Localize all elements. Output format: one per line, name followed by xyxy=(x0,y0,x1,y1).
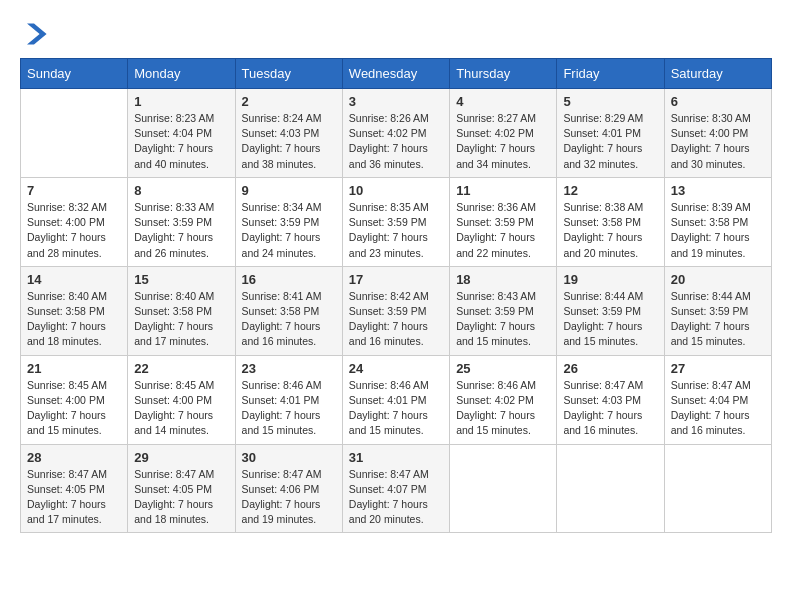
day-info: Sunrise: 8:47 AMSunset: 4:05 PMDaylight:… xyxy=(27,467,121,528)
day-number: 20 xyxy=(671,272,765,287)
weekday-header-sunday: Sunday xyxy=(21,59,128,89)
day-number: 22 xyxy=(134,361,228,376)
calendar-cell: 25 Sunrise: 8:46 AMSunset: 4:02 PMDaylig… xyxy=(450,355,557,444)
day-number: 14 xyxy=(27,272,121,287)
calendar-cell: 2 Sunrise: 8:24 AMSunset: 4:03 PMDayligh… xyxy=(235,89,342,178)
calendar-cell: 9 Sunrise: 8:34 AMSunset: 3:59 PMDayligh… xyxy=(235,177,342,266)
day-number: 11 xyxy=(456,183,550,198)
calendar-cell: 10 Sunrise: 8:35 AMSunset: 3:59 PMDaylig… xyxy=(342,177,449,266)
page-header xyxy=(20,20,772,48)
day-number: 26 xyxy=(563,361,657,376)
day-number: 8 xyxy=(134,183,228,198)
day-number: 13 xyxy=(671,183,765,198)
calendar-cell: 28 Sunrise: 8:47 AMSunset: 4:05 PMDaylig… xyxy=(21,444,128,533)
calendar-cell: 24 Sunrise: 8:46 AMSunset: 4:01 PMDaylig… xyxy=(342,355,449,444)
day-info: Sunrise: 8:46 AMSunset: 4:01 PMDaylight:… xyxy=(242,378,336,439)
day-number: 28 xyxy=(27,450,121,465)
day-info: Sunrise: 8:40 AMSunset: 3:58 PMDaylight:… xyxy=(134,289,228,350)
day-info: Sunrise: 8:24 AMSunset: 4:03 PMDaylight:… xyxy=(242,111,336,172)
weekday-header-monday: Monday xyxy=(128,59,235,89)
weekday-header-thursday: Thursday xyxy=(450,59,557,89)
day-number: 5 xyxy=(563,94,657,109)
day-number: 25 xyxy=(456,361,550,376)
day-info: Sunrise: 8:47 AMSunset: 4:05 PMDaylight:… xyxy=(134,467,228,528)
day-number: 12 xyxy=(563,183,657,198)
day-info: Sunrise: 8:47 AMSunset: 4:03 PMDaylight:… xyxy=(563,378,657,439)
calendar-cell: 12 Sunrise: 8:38 AMSunset: 3:58 PMDaylig… xyxy=(557,177,664,266)
weekday-header-friday: Friday xyxy=(557,59,664,89)
calendar-cell: 6 Sunrise: 8:30 AMSunset: 4:00 PMDayligh… xyxy=(664,89,771,178)
calendar-cell: 19 Sunrise: 8:44 AMSunset: 3:59 PMDaylig… xyxy=(557,266,664,355)
calendar-table: SundayMondayTuesdayWednesdayThursdayFrid… xyxy=(20,58,772,533)
calendar-cell: 31 Sunrise: 8:47 AMSunset: 4:07 PMDaylig… xyxy=(342,444,449,533)
day-info: Sunrise: 8:40 AMSunset: 3:58 PMDaylight:… xyxy=(27,289,121,350)
calendar-cell: 29 Sunrise: 8:47 AMSunset: 4:05 PMDaylig… xyxy=(128,444,235,533)
calendar-cell xyxy=(21,89,128,178)
calendar-cell: 8 Sunrise: 8:33 AMSunset: 3:59 PMDayligh… xyxy=(128,177,235,266)
day-number: 4 xyxy=(456,94,550,109)
day-info: Sunrise: 8:44 AMSunset: 3:59 PMDaylight:… xyxy=(671,289,765,350)
calendar-cell xyxy=(450,444,557,533)
day-number: 6 xyxy=(671,94,765,109)
logo xyxy=(20,20,52,48)
day-number: 23 xyxy=(242,361,336,376)
day-number: 2 xyxy=(242,94,336,109)
day-number: 15 xyxy=(134,272,228,287)
day-number: 18 xyxy=(456,272,550,287)
calendar-cell: 4 Sunrise: 8:27 AMSunset: 4:02 PMDayligh… xyxy=(450,89,557,178)
day-number: 7 xyxy=(27,183,121,198)
day-info: Sunrise: 8:27 AMSunset: 4:02 PMDaylight:… xyxy=(456,111,550,172)
calendar-cell: 7 Sunrise: 8:32 AMSunset: 4:00 PMDayligh… xyxy=(21,177,128,266)
calendar-cell: 21 Sunrise: 8:45 AMSunset: 4:00 PMDaylig… xyxy=(21,355,128,444)
day-info: Sunrise: 8:47 AMSunset: 4:06 PMDaylight:… xyxy=(242,467,336,528)
calendar-cell: 18 Sunrise: 8:43 AMSunset: 3:59 PMDaylig… xyxy=(450,266,557,355)
logo-icon xyxy=(20,20,48,48)
day-number: 27 xyxy=(671,361,765,376)
day-info: Sunrise: 8:46 AMSunset: 4:02 PMDaylight:… xyxy=(456,378,550,439)
svg-marker-0 xyxy=(27,24,47,45)
day-number: 16 xyxy=(242,272,336,287)
day-number: 29 xyxy=(134,450,228,465)
day-info: Sunrise: 8:39 AMSunset: 3:58 PMDaylight:… xyxy=(671,200,765,261)
calendar-cell: 30 Sunrise: 8:47 AMSunset: 4:06 PMDaylig… xyxy=(235,444,342,533)
calendar-cell: 27 Sunrise: 8:47 AMSunset: 4:04 PMDaylig… xyxy=(664,355,771,444)
day-info: Sunrise: 8:41 AMSunset: 3:58 PMDaylight:… xyxy=(242,289,336,350)
day-info: Sunrise: 8:47 AMSunset: 4:07 PMDaylight:… xyxy=(349,467,443,528)
calendar-cell: 11 Sunrise: 8:36 AMSunset: 3:59 PMDaylig… xyxy=(450,177,557,266)
calendar-cell xyxy=(664,444,771,533)
calendar-cell: 22 Sunrise: 8:45 AMSunset: 4:00 PMDaylig… xyxy=(128,355,235,444)
day-info: Sunrise: 8:44 AMSunset: 3:59 PMDaylight:… xyxy=(563,289,657,350)
calendar-cell: 17 Sunrise: 8:42 AMSunset: 3:59 PMDaylig… xyxy=(342,266,449,355)
calendar-cell: 26 Sunrise: 8:47 AMSunset: 4:03 PMDaylig… xyxy=(557,355,664,444)
weekday-header-tuesday: Tuesday xyxy=(235,59,342,89)
day-info: Sunrise: 8:32 AMSunset: 4:00 PMDaylight:… xyxy=(27,200,121,261)
day-info: Sunrise: 8:46 AMSunset: 4:01 PMDaylight:… xyxy=(349,378,443,439)
weekday-header-saturday: Saturday xyxy=(664,59,771,89)
day-number: 17 xyxy=(349,272,443,287)
calendar-cell: 1 Sunrise: 8:23 AMSunset: 4:04 PMDayligh… xyxy=(128,89,235,178)
calendar-cell: 14 Sunrise: 8:40 AMSunset: 3:58 PMDaylig… xyxy=(21,266,128,355)
day-number: 9 xyxy=(242,183,336,198)
day-info: Sunrise: 8:23 AMSunset: 4:04 PMDaylight:… xyxy=(134,111,228,172)
day-number: 3 xyxy=(349,94,443,109)
calendar-cell: 15 Sunrise: 8:40 AMSunset: 3:58 PMDaylig… xyxy=(128,266,235,355)
day-number: 1 xyxy=(134,94,228,109)
day-info: Sunrise: 8:29 AMSunset: 4:01 PMDaylight:… xyxy=(563,111,657,172)
day-info: Sunrise: 8:43 AMSunset: 3:59 PMDaylight:… xyxy=(456,289,550,350)
day-info: Sunrise: 8:34 AMSunset: 3:59 PMDaylight:… xyxy=(242,200,336,261)
day-info: Sunrise: 8:45 AMSunset: 4:00 PMDaylight:… xyxy=(27,378,121,439)
weekday-header-wednesday: Wednesday xyxy=(342,59,449,89)
day-info: Sunrise: 8:45 AMSunset: 4:00 PMDaylight:… xyxy=(134,378,228,439)
day-info: Sunrise: 8:35 AMSunset: 3:59 PMDaylight:… xyxy=(349,200,443,261)
day-number: 10 xyxy=(349,183,443,198)
calendar-cell xyxy=(557,444,664,533)
day-info: Sunrise: 8:26 AMSunset: 4:02 PMDaylight:… xyxy=(349,111,443,172)
day-info: Sunrise: 8:42 AMSunset: 3:59 PMDaylight:… xyxy=(349,289,443,350)
day-number: 19 xyxy=(563,272,657,287)
calendar-cell: 13 Sunrise: 8:39 AMSunset: 3:58 PMDaylig… xyxy=(664,177,771,266)
day-info: Sunrise: 8:33 AMSunset: 3:59 PMDaylight:… xyxy=(134,200,228,261)
calendar-cell: 23 Sunrise: 8:46 AMSunset: 4:01 PMDaylig… xyxy=(235,355,342,444)
calendar-cell: 3 Sunrise: 8:26 AMSunset: 4:02 PMDayligh… xyxy=(342,89,449,178)
day-number: 31 xyxy=(349,450,443,465)
day-number: 24 xyxy=(349,361,443,376)
